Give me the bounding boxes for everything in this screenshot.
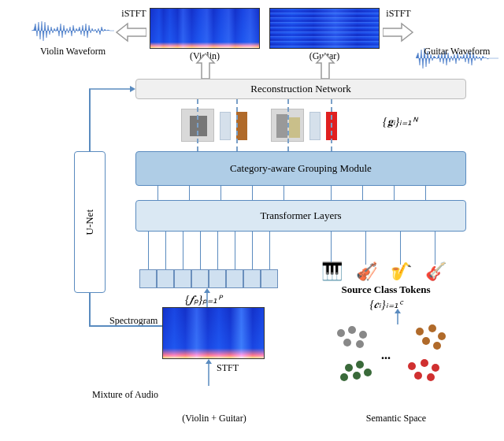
istft-left-label: iSTFT (118, 8, 150, 20)
unet-label: U-Net (83, 209, 96, 235)
spectrogram-violin (150, 8, 260, 49)
patch (174, 269, 191, 288)
transformer-label: Transformer Layers (260, 209, 341, 222)
dots-ellipsis: ... (381, 348, 391, 362)
grouping-block: Category-aware Grouping Module (135, 151, 466, 186)
unet-block: U-Net (74, 151, 106, 293)
patch (261, 269, 278, 288)
guitar-wave-label: Guitar Waveform (416, 46, 498, 57)
stft-label: STFT (217, 362, 239, 374)
token-icon-sax: 🎷 (391, 261, 412, 282)
patch-row (139, 269, 278, 288)
ci-symbol: {𝒄ᵢ}ᵢ₌₁ᶜ (315, 298, 457, 311)
semantic-space: ... (329, 324, 463, 403)
svg-marker-3 (317, 54, 334, 79)
arrow-stft (203, 359, 214, 386)
svg-marker-11 (395, 309, 401, 313)
istft-right-label: iSTFT (383, 8, 414, 20)
gi-col-1b (236, 112, 247, 140)
transformer-block: Transformer Layers (135, 200, 466, 232)
patch (139, 269, 157, 288)
mixture-caption: (Violin + Guitar) (167, 413, 261, 424)
svg-marker-9 (130, 86, 135, 92)
patch (157, 269, 174, 288)
gi-col-1a (220, 112, 231, 140)
semantic-space-label: Semantic Space (329, 413, 463, 424)
patch (191, 269, 209, 288)
arrow-semantic-to-tokens (392, 309, 403, 324)
arrow-istft-left (115, 22, 146, 43)
svg-marker-7 (206, 359, 212, 364)
token-icon-piano: 🎹 (321, 261, 343, 282)
patch (226, 269, 243, 288)
patch (243, 269, 261, 288)
svg-marker-2 (197, 54, 214, 79)
arrow-unet-to-recon (89, 84, 136, 94)
grouping-label: Category-aware Grouping Module (230, 162, 372, 175)
reconstruction-label: Reconstruction Network (250, 83, 350, 95)
violin-waveform (32, 17, 114, 45)
source-tokens-label: Source Class Tokens (315, 284, 457, 296)
svg-marker-0 (117, 24, 146, 41)
arrow-spec-to-patches (202, 288, 213, 307)
gi-col-2a (309, 112, 321, 140)
spectrogram-guitar (269, 8, 380, 49)
token-icon-guitar: 🎸 (425, 261, 447, 282)
mixture-label: Mixture of Audio (92, 389, 158, 401)
spectrogram-mixture (162, 307, 265, 359)
gi-symbol: {𝐠ᵢ}ᵢ₌₁ᴺ (383, 115, 417, 128)
arrow-up-right (315, 52, 335, 79)
patch (209, 269, 226, 288)
svg-marker-5 (204, 288, 210, 293)
svg-marker-1 (383, 24, 413, 41)
token-icon-violin: 🎻 (356, 261, 377, 282)
arrow-istft-right (383, 22, 414, 43)
violin-wave-label: Violin Waveform (32, 46, 114, 57)
reconstruction-block: Reconstruction Network (135, 79, 466, 99)
arrow-up-left (195, 52, 216, 79)
gi-row (181, 109, 417, 146)
